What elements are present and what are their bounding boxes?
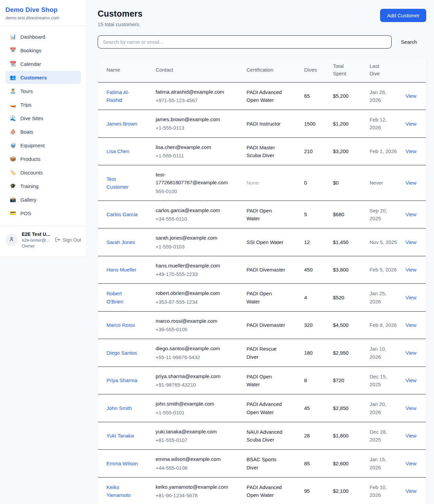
table-row: Priya Sharma priya.sharma@example.com +9… xyxy=(98,367,426,394)
view-link[interactable]: View xyxy=(406,295,416,300)
customer-last-dive: Jan 10, 2026 xyxy=(370,339,406,366)
customer-dives: 320 xyxy=(304,316,333,334)
customer-total-spent: $5,200 xyxy=(333,87,370,105)
customer-dives: 95 xyxy=(304,482,333,500)
customer-certification: PADI Divemaster xyxy=(246,316,304,334)
view-link[interactable]: View xyxy=(406,488,416,494)
customer-phone: +81-555-0107 xyxy=(156,436,228,444)
customer-email: james.brown@example.com xyxy=(156,115,228,123)
view-link[interactable]: View xyxy=(406,121,416,127)
customer-name-link[interactable]: Sarah Jones xyxy=(106,233,156,251)
search-bar: Search xyxy=(98,35,426,49)
view-link[interactable]: View xyxy=(406,433,416,438)
sidebar-item-calendar[interactable]: 📆 Calendar xyxy=(5,57,81,70)
customer-name-link[interactable]: Yuki Tanaka xyxy=(106,426,156,445)
customer-name-link[interactable]: Test Customer xyxy=(106,170,156,197)
sign-out-button[interactable]: Sign Out xyxy=(55,237,81,243)
nav-item-label: Tours xyxy=(20,88,33,94)
customer-name-link[interactable]: John Smith xyxy=(106,399,156,417)
search-button[interactable]: Search xyxy=(395,36,422,48)
customer-dives: 12 xyxy=(304,233,333,251)
sidebar-item-pos[interactable]: 💳 POS xyxy=(5,207,81,220)
customer-phone: 555-0100 xyxy=(156,187,228,195)
customer-phone: +81-90-1234-5678 xyxy=(156,491,228,499)
sidebar-item-products[interactable]: 📦 Products xyxy=(5,152,81,165)
customer-certification: PADI Divemaster xyxy=(246,260,304,279)
table-body: Fatima Al-Rashid fatima.alrashid@example… xyxy=(98,82,426,504)
customer-email: test-1772681807767@example.com xyxy=(156,171,228,187)
customer-certification: None xyxy=(246,173,304,192)
customer-email: john.smith@example.com xyxy=(156,400,228,408)
page-header: Customers 15 total customers Add Custome… xyxy=(98,9,426,27)
column-header: Contact xyxy=(156,61,246,78)
sidebar-item-dive-sites[interactable]: 🌊 Dive Sites xyxy=(5,112,81,125)
customer-name-link[interactable]: James Brown xyxy=(106,114,156,133)
customer-phone: +34-555-0110 xyxy=(156,215,228,223)
customer-name-link[interactable]: Lisa Chen xyxy=(106,142,156,161)
user-section: E2E Test U... e2e-tester@... Owner Sign … xyxy=(0,226,86,254)
customers-table: NameContactCertificationDivesTotal Spent… xyxy=(98,57,426,504)
view-link[interactable]: View xyxy=(406,180,416,186)
total-customers-count: 15 total customers xyxy=(98,21,142,27)
customer-name-link[interactable]: Emma Wilson xyxy=(106,454,156,473)
customer-name-link[interactable]: Keiko Yamamoto xyxy=(106,478,156,504)
customer-total-spent: $520 xyxy=(333,288,370,307)
customer-total-spent: $1,200 xyxy=(333,114,370,133)
customer-phone: +44-555-0108 xyxy=(156,464,228,472)
view-link[interactable]: View xyxy=(406,93,416,99)
sidebar-item-customers[interactable]: 👥 Customers xyxy=(5,71,81,84)
customer-dives: 85 xyxy=(304,454,333,473)
customer-name-link[interactable]: Carlos Garcia xyxy=(106,205,156,224)
customer-total-spent: $2,950 xyxy=(333,343,370,362)
sidebar-item-tours[interactable]: 🏝️ Tours xyxy=(5,85,81,97)
nav-item-icon: 🏝️ xyxy=(9,88,16,94)
customer-name-link[interactable]: Diego Santos xyxy=(106,343,156,362)
customer-contact: priya.sharma@example.com +91-98765-43210 xyxy=(156,367,246,394)
add-customer-button[interactable]: Add Customer xyxy=(380,9,426,22)
customer-email: lisa.chen@example.com xyxy=(156,143,228,151)
customer-contact: john.smith@example.com +1-555-0101 xyxy=(156,394,246,422)
customer-contact: carlos.garcia@example.com +34-555-0110 xyxy=(156,201,246,228)
sidebar-item-trips[interactable]: 🚤 Trips xyxy=(5,98,81,111)
view-link[interactable]: View xyxy=(406,377,416,383)
table-row: Keiko Yamamoto keiko.yamamoto@example.co… xyxy=(98,477,426,504)
customer-email: carlos.garcia@example.com xyxy=(156,206,228,214)
view-link[interactable]: View xyxy=(406,267,416,273)
customer-dives: 450 xyxy=(304,260,333,279)
view-link[interactable]: View xyxy=(406,211,416,217)
search-input[interactable] xyxy=(98,35,392,49)
view-link[interactable]: View xyxy=(406,148,416,154)
customer-phone: +1-555-0101 xyxy=(156,409,228,416)
table-row: Marco Rossi marco.rossi@example.com +39-… xyxy=(98,311,426,339)
sidebar-item-discounts[interactable]: 🏷️ Discounts xyxy=(5,166,81,179)
sidebar-item-gallery[interactable]: 📸 Gallery xyxy=(5,193,81,206)
sidebar-item-bookings[interactable]: 📅 Bookings xyxy=(5,44,81,57)
table-row: Carlos Garcia carlos.garcia@example.com … xyxy=(98,201,426,228)
view-link[interactable]: View xyxy=(406,239,416,245)
nav-item-label: Equipment xyxy=(20,143,45,148)
nav-item-icon: 🏷️ xyxy=(9,169,16,175)
customer-name-link[interactable]: Robert O'Brien xyxy=(106,284,156,311)
customer-name-link[interactable]: Fatima Al-Rashid xyxy=(106,83,156,110)
customer-name-link[interactable]: Marco Rossi xyxy=(106,316,156,334)
nav-item-label: Training xyxy=(20,183,39,189)
sidebar-item-dashboard[interactable]: 📊 Dashboard xyxy=(5,30,81,43)
customer-certification: SSI Open Water xyxy=(246,233,304,251)
view-link[interactable]: View xyxy=(406,350,416,356)
nav-item-label: Trips xyxy=(20,102,32,108)
view-link[interactable]: View xyxy=(406,405,416,411)
customer-dives: 1500 xyxy=(304,114,333,133)
sidebar-item-equipment[interactable]: 🤿 Equipment xyxy=(5,139,81,152)
customer-phone: +55-11-99876-5432 xyxy=(156,353,228,361)
customer-certification: BSAC Sports Diver xyxy=(246,450,304,477)
nav-item-label: Customers xyxy=(20,75,47,80)
view-link[interactable]: View xyxy=(406,322,416,328)
customer-phone: +49-170-555-2233 xyxy=(156,270,228,278)
customer-name-link[interactable]: Priya Sharma xyxy=(106,371,156,390)
customer-certification: PADI Master Scuba Diver xyxy=(246,138,304,165)
sidebar-item-boats[interactable]: ⛵ Boats xyxy=(5,125,81,138)
nav-item-icon: 🚤 xyxy=(9,101,16,108)
sidebar-item-training[interactable]: 🎓 Training xyxy=(5,180,81,192)
view-link[interactable]: View xyxy=(406,461,416,466)
customer-name-link[interactable]: Hans Mueller xyxy=(106,260,156,279)
